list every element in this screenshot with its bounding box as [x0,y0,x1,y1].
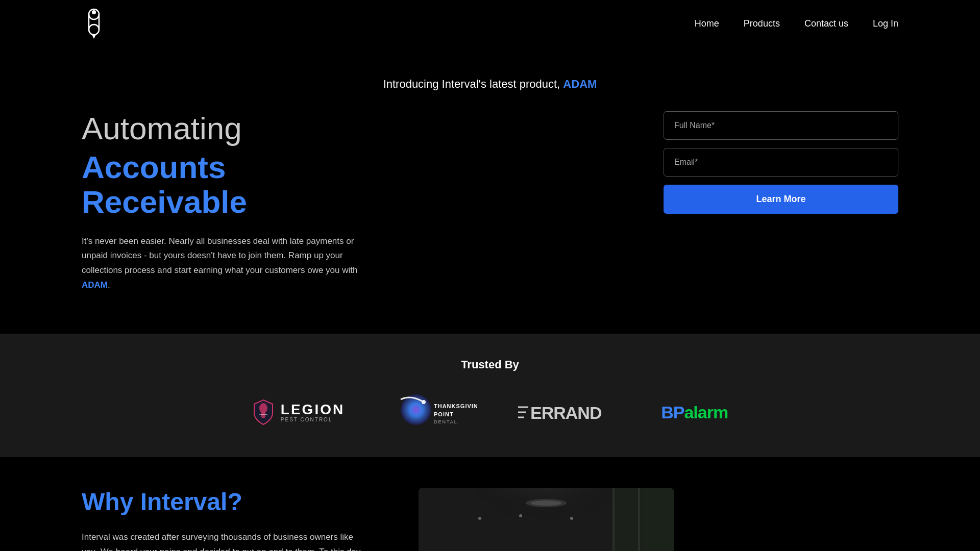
svg-text:DENTAL: DENTAL [434,419,458,424]
hero-left: Automating Accounts Receivable It's neve… [82,111,368,293]
svg-point-41 [570,517,573,520]
trusted-title: Trusted By [82,358,898,371]
automating-heading: Automating [82,111,368,146]
trusted-logos: LEGION PEST CONTROL THANKSGIVI [82,392,898,433]
trusted-section: Trusted By LEGION PEST CONTROL [0,334,980,457]
hero-description: It's never been easier. Nearly all busin… [82,234,368,293]
hero-content: Automating Accounts Receivable It's neve… [82,111,898,293]
logo-legion: LEGION PEST CONTROL [252,399,345,425]
logo-bpalarm: BPalarm [661,403,728,422]
hero-form: Learn More [664,111,898,214]
errand-logo-icon: ERRAND [518,399,620,425]
nav-products-link[interactable]: Products [744,18,780,29]
email-input[interactable] [664,148,898,177]
office-scene-svg [419,488,674,551]
nav-links: Home Products Contact us Log In [695,18,898,29]
adam-brand-name: ADAM [563,78,597,90]
svg-text:THANKSGIVING: THANKSGIVING [434,403,477,409]
svg-rect-38 [643,488,674,551]
nav-home-link[interactable]: Home [695,18,719,29]
nav-login-link[interactable]: Log In [873,18,898,29]
why-title: Why Interval? [82,488,368,516]
nav-item-contact[interactable]: Contact us [804,18,848,29]
logo-thanksgiving: THANKSGIVING POINT DENTAL [385,392,477,433]
brand-logo-icon [82,8,106,39]
why-left: Why Interval? Interval was created after… [82,488,368,551]
svg-text:ERRAND: ERRAND [530,403,602,422]
svg-point-10 [422,400,426,404]
svg-point-21 [470,488,623,551]
svg-point-4 [92,10,96,14]
logo-errand: ERRAND [518,399,620,425]
svg-point-39 [478,517,481,520]
office-image [419,488,674,551]
learn-more-button[interactable]: Learn More [664,185,898,214]
nav-item-products[interactable]: Products [744,18,780,29]
nav-contact-link[interactable]: Contact us [804,18,848,29]
hero-section: Introducing Interval's latest product, A… [0,47,980,334]
fullname-input[interactable] [664,111,898,140]
legion-text: LEGION PEST CONTROL [281,403,345,422]
logo[interactable] [82,8,106,39]
thanksgiving-icon: THANKSGIVING POINT DENTAL [385,392,477,433]
nav-item-login[interactable]: Log In [873,18,898,29]
svg-point-1 [89,24,99,35]
why-section: Why Interval? Interval was created after… [0,457,980,551]
svg-marker-5 [92,35,96,39]
svg-text:POINT: POINT [434,411,454,417]
nav-item-home[interactable]: Home [695,18,719,29]
legion-shield-icon [252,399,275,425]
svg-rect-7 [261,412,265,418]
adam-link[interactable]: ADAM [82,280,108,290]
accounts-receivable-heading: Accounts Receivable [82,150,368,219]
navbar: Home Products Contact us Log In [0,0,980,47]
svg-point-40 [519,514,522,517]
why-right [419,488,674,551]
why-description: Interval was created after surveying tho… [82,530,368,551]
introducing-text: Introducing Interval's latest product, A… [82,78,898,91]
